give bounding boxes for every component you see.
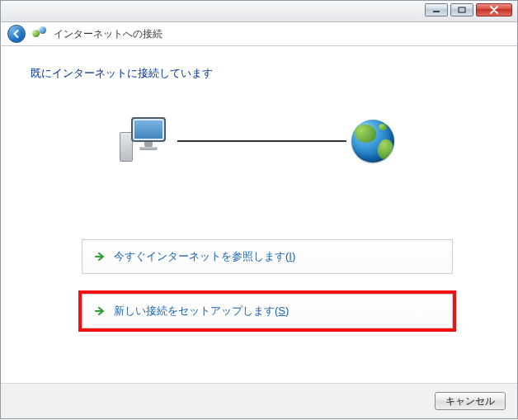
svg-rect-0: [433, 11, 440, 12]
arrow-left-icon: [12, 29, 21, 39]
wizard-header: インターネットへの接続: [0, 22, 518, 46]
arrow-right-icon: [94, 251, 106, 262]
wizard-footer: キャンセル: [1, 383, 517, 418]
cancel-button[interactable]: キャンセル: [435, 392, 506, 410]
globe-icon: [351, 120, 394, 163]
option-label: 新しい接続をセットアップします(S): [114, 304, 289, 319]
minimize-button[interactable]: [425, 3, 448, 17]
options-list: 今すぐインターネットを参照します(I) 新しい接続をセットアップします(S): [82, 239, 453, 328]
svg-rect-1: [459, 7, 465, 12]
arrow-right-icon: [94, 305, 106, 317]
browse-internet-option[interactable]: 今すぐインターネットを参照します(I): [82, 239, 453, 274]
connection-illustration: [31, 117, 487, 165]
window-title: インターネットへの接続: [54, 27, 162, 41]
wizard-body: 既にインターネットに接続しています 今すぐインターネットを参照します(I): [0, 46, 518, 419]
app-icon: [32, 26, 47, 41]
close-button[interactable]: [476, 3, 512, 17]
back-button[interactable]: [7, 25, 26, 43]
maximize-button[interactable]: [450, 3, 473, 17]
option-label: 今すぐインターネットを参照します(I): [114, 249, 295, 264]
window-titlebar: [0, 0, 518, 22]
connection-line-icon: [177, 140, 346, 142]
computer-icon: [125, 117, 172, 165]
status-message: 既にインターネットに接続しています: [31, 66, 487, 81]
setup-new-connection-option[interactable]: 新しい接続をセットアップします(S): [82, 294, 453, 328]
